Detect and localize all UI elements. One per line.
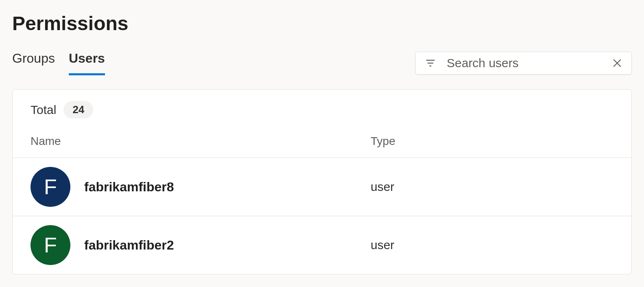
- table-row[interactable]: F fabrikamfiber8 user: [13, 158, 631, 216]
- close-icon[interactable]: [612, 58, 622, 68]
- search-input[interactable]: [447, 56, 601, 70]
- search-box[interactable]: [415, 52, 632, 74]
- avatar: F: [31, 225, 70, 265]
- user-name: fabrikamfiber2: [84, 238, 174, 253]
- cell-name: F fabrikamfiber2: [31, 225, 371, 265]
- total-count-badge: 24: [63, 101, 93, 118]
- users-card: Total 24 Name Type F fabrikamfiber8 user…: [12, 89, 632, 274]
- column-header-name[interactable]: Name: [31, 135, 371, 148]
- tab-users[interactable]: Users: [69, 51, 105, 75]
- table-header: Name Type: [13, 127, 631, 158]
- cell-type: user: [371, 180, 394, 194]
- cell-type: user: [371, 238, 394, 252]
- cell-name: F fabrikamfiber8: [31, 167, 371, 207]
- avatar: F: [31, 167, 70, 207]
- total-row: Total 24: [13, 90, 631, 127]
- total-label: Total: [31, 103, 56, 117]
- page-title: Permissions: [12, 12, 632, 35]
- table-row[interactable]: F fabrikamfiber2 user: [13, 216, 631, 274]
- avatar-letter: F: [44, 233, 57, 257]
- column-header-type[interactable]: Type: [371, 135, 395, 148]
- tabs-row: Groups Users: [12, 51, 632, 75]
- filter-icon: [425, 57, 436, 69]
- tabs: Groups Users: [12, 51, 105, 75]
- tab-groups[interactable]: Groups: [12, 51, 55, 75]
- user-name: fabrikamfiber8: [84, 180, 174, 195]
- avatar-letter: F: [44, 175, 57, 199]
